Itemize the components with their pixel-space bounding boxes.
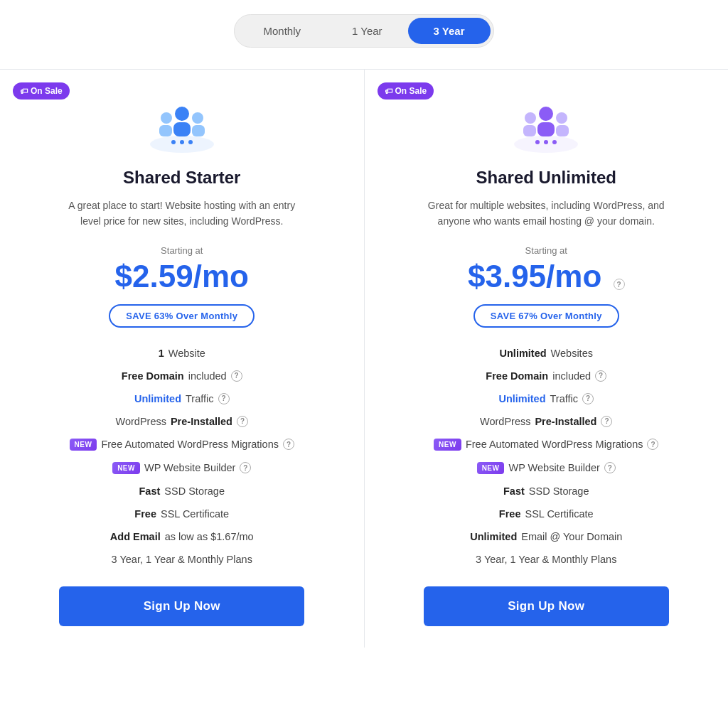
feature-migrations: NEW Free Automated WordPress Migrations … [28, 439, 336, 451]
feature-websites-unlimited: Unlimited Websites [393, 348, 700, 359]
help-icon-migrations[interactable]: ? [283, 439, 294, 450]
starting-at-unlimited: Starting at [525, 245, 567, 256]
plans-container: 🏷 On Sale [0, 69, 728, 648]
feature-domain-unlimited: Free Domain included ? [393, 370, 700, 382]
svg-rect-12 [537, 122, 555, 136]
on-sale-badge-starter: 🏷 On Sale [13, 82, 70, 100]
new-badge-migrations: NEW [70, 439, 97, 451]
new-badge-migrations-u: NEW [434, 439, 461, 451]
plan-title-unlimited: Shared Unlimited [476, 168, 616, 188]
feature-domain: Free Domain included ? [28, 370, 336, 382]
svg-point-17 [535, 140, 540, 144]
svg-point-19 [552, 140, 557, 144]
help-icon-wp[interactable]: ? [237, 416, 248, 427]
new-badge-builder: NEW [112, 462, 140, 474]
help-icon-builder[interactable]: ? [240, 462, 251, 473]
new-badge-builder-u: NEW [477, 462, 505, 474]
feature-websites: 1 Website [28, 348, 336, 359]
svg-point-1 [175, 107, 189, 121]
feature-plans: 3 Year, 1 Year & Monthly Plans [28, 554, 336, 565]
on-sale-text-unlimited: On Sale [395, 86, 427, 96]
help-icon-builder-u[interactable]: ? [604, 462, 616, 473]
help-icon-traffic[interactable]: ? [218, 393, 230, 404]
help-icon-domain-u[interactable]: ? [595, 370, 606, 382]
toggle-monthly[interactable]: Monthly [237, 18, 326, 44]
feature-traffic-unlimited: Unlimited Traffic ? [393, 393, 700, 404]
svg-point-9 [188, 140, 193, 144]
svg-point-11 [539, 107, 553, 121]
svg-point-8 [180, 140, 184, 144]
svg-rect-2 [173, 122, 191, 136]
help-icon-price[interactable]: ? [614, 279, 625, 290]
starting-at-starter: Starting at [161, 245, 203, 256]
feature-email-unlimited: Unlimited Email @ Your Domain [393, 531, 700, 542]
svg-point-15 [556, 112, 567, 124]
help-icon-wp-u[interactable]: ? [601, 416, 612, 427]
toggle-1year[interactable]: 1 Year [326, 18, 408, 44]
tag-icon-unlimited: 🏷 [385, 87, 392, 95]
on-sale-text: On Sale [31, 86, 63, 96]
plan-shared-unlimited: 🏷 On Sale [365, 70, 729, 648]
help-icon-traffic-u[interactable]: ? [582, 393, 594, 404]
feature-plans-unlimited: 3 Year, 1 Year & Monthly Plans [393, 554, 700, 565]
plan-shared-starter: 🏷 On Sale [0, 70, 365, 648]
svg-point-5 [192, 112, 203, 124]
plan-desc-unlimited: Great for multiple websites, including W… [425, 198, 667, 230]
feature-email: Add Email as low as $1.67/mo [28, 531, 336, 542]
svg-rect-4 [159, 125, 172, 136]
feature-wordpress-unlimited: WordPress Pre-Installed ? [393, 416, 700, 427]
feature-ssd: Fast SSD Storage [28, 485, 336, 497]
feature-ssd-unlimited: Fast SSD Storage [393, 485, 700, 497]
plan-icon-starter [146, 98, 218, 155]
signup-button-starter[interactable]: Sign Up Now [59, 586, 304, 626]
save-badge-starter: SAVE 63% Over Monthly [109, 304, 255, 328]
tag-icon: 🏷 [20, 87, 28, 95]
toggle-3year[interactable]: 3 Year [408, 18, 491, 44]
help-icon-migrations-u[interactable]: ? [647, 439, 658, 450]
feature-ssl-unlimited: Free SSL Certificate [393, 508, 700, 520]
svg-rect-16 [556, 125, 569, 136]
svg-point-7 [171, 140, 176, 144]
billing-toggle: Monthly 1 Year 3 Year [234, 14, 493, 48]
feature-traffic: Unlimited Traffic ? [28, 393, 336, 404]
svg-point-18 [544, 140, 548, 144]
features-starter: 1 Website Free Domain included ? Unlimit… [28, 348, 336, 565]
svg-rect-6 [192, 125, 205, 136]
feature-wordpress: WordPress Pre-Installed ? [28, 416, 336, 427]
feature-builder-unlimited: NEW WP Website Builder ? [393, 462, 700, 474]
feature-ssl: Free SSL Certificate [28, 508, 336, 520]
feature-migrations-unlimited: NEW Free Automated WordPress Migrations … [393, 439, 700, 451]
plan-icon-unlimited [510, 98, 582, 155]
plan-desc-starter: A great place to start! Website hosting … [61, 198, 303, 230]
help-icon[interactable]: ? [231, 370, 242, 382]
svg-point-3 [161, 112, 172, 124]
feature-builder: NEW WP Website Builder ? [28, 462, 336, 474]
features-unlimited: Unlimited Websites Free Domain included … [393, 348, 700, 565]
price-unlimited: $3.95/mo ? [468, 259, 625, 294]
signup-button-unlimited[interactable]: Sign Up Now [424, 586, 669, 626]
svg-rect-14 [523, 125, 536, 136]
save-badge-unlimited: SAVE 67% Over Monthly [473, 304, 619, 328]
plan-title-starter: Shared Starter [123, 168, 240, 188]
price-starter: $2.59/mo [115, 259, 249, 294]
svg-point-13 [525, 112, 536, 124]
on-sale-badge-unlimited: 🏷 On Sale [378, 82, 434, 100]
